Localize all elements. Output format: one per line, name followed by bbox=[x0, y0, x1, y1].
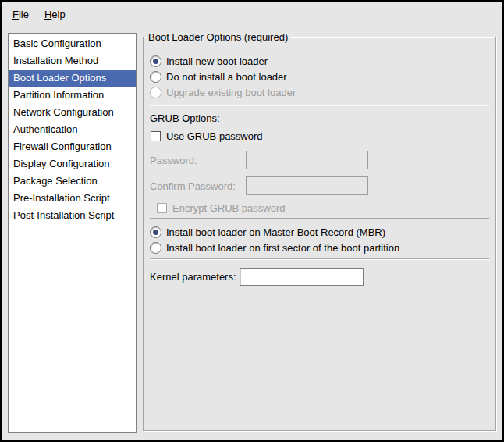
checkbox-use-grub-password[interactable]: Use GRUB password bbox=[150, 128, 489, 144]
radio-install-new-boot-loader[interactable]: Install new boot loader bbox=[150, 53, 489, 69]
radio-button-icon bbox=[150, 226, 161, 238]
grub-options-label: GRUB Options: bbox=[150, 112, 489, 124]
radio-label: Do not install a boot loader bbox=[166, 71, 287, 83]
separator bbox=[150, 218, 489, 219]
radio-button-icon bbox=[150, 87, 161, 98]
radio-button-icon bbox=[150, 242, 161, 254]
checkbox-encrypt-grub-password: Encrypt GRUB password bbox=[156, 200, 489, 216]
checkbox-icon bbox=[151, 131, 161, 141]
boot-loader-options-frame: Boot Loader Options (required) Install n… bbox=[143, 37, 496, 431]
separator bbox=[150, 258, 489, 260]
menubar: File Help bbox=[2, 2, 502, 27]
grub-password-input bbox=[246, 151, 368, 169]
menu-help-mnemonic: H bbox=[44, 9, 51, 20]
checkbox-label: Encrypt GRUB password bbox=[172, 202, 286, 214]
radio-button-icon bbox=[150, 71, 161, 83]
sidebar-item-network-configuration[interactable]: Network Configuration bbox=[9, 104, 136, 121]
radio-do-not-install-boot-loader[interactable]: Do not install a boot loader bbox=[150, 69, 489, 84]
checkbox-label: Use GRUB password bbox=[166, 130, 263, 142]
radio-label: Install boot loader on first sector of t… bbox=[166, 242, 399, 254]
radio-install-on-first-sector[interactable]: Install boot loader on first sector of t… bbox=[150, 240, 489, 255]
sidebar-item-basic-configuration[interactable]: Basic Configuration bbox=[9, 35, 136, 52]
kernel-parameters-label: Kernel parameters: bbox=[150, 271, 240, 283]
sidebar-item-display-configuration[interactable]: Display Configuration bbox=[9, 155, 136, 173]
sidebar-item-firewall-configuration[interactable]: Firewall Configuration bbox=[9, 138, 136, 155]
confirm-password-label: Confirm Password: bbox=[150, 180, 246, 192]
kernel-parameters-input[interactable] bbox=[240, 268, 364, 286]
sidebar-item-package-selection[interactable]: Package Selection bbox=[9, 173, 136, 190]
checkbox-icon bbox=[157, 203, 167, 213]
menu-help[interactable]: Help bbox=[38, 5, 72, 23]
sidebar-item-pre-installation-script[interactable]: Pre-Installation Script bbox=[9, 190, 136, 207]
frame-title: Boot Loader Options (required) bbox=[147, 30, 290, 44]
radio-install-on-mbr[interactable]: Install boot loader on Master Boot Recor… bbox=[150, 224, 489, 240]
separator bbox=[150, 105, 489, 106]
grub-password-row: Password: bbox=[150, 150, 489, 170]
menu-help-label: elp bbox=[51, 9, 65, 20]
menu-file-label: ile bbox=[19, 9, 29, 20]
radio-label: Install boot loader on Master Boot Recor… bbox=[166, 226, 385, 238]
menu-file-mnemonic: F bbox=[12, 9, 19, 20]
sidebar-item-boot-loader-options[interactable]: Boot Loader Options bbox=[9, 70, 136, 87]
kickstart-configurator-window: File Help Basic Configuration Installati… bbox=[0, 0, 504, 442]
sidebar-item-installation-method[interactable]: Installation Method bbox=[9, 52, 136, 70]
section-list: Basic Configuration Installation Method … bbox=[8, 33, 137, 433]
kernel-parameters-row: Kernel parameters: bbox=[150, 266, 489, 287]
sidebar-item-partition-information[interactable]: Partition Information bbox=[9, 87, 136, 104]
sidebar-item-authentication[interactable]: Authentication bbox=[9, 121, 136, 138]
grub-confirm-password-input bbox=[246, 176, 368, 195]
menu-file[interactable]: File bbox=[6, 5, 35, 23]
password-label: Password: bbox=[150, 155, 246, 166]
radio-upgrade-existing-boot-loader: Upgrade existing boot loader bbox=[150, 84, 489, 100]
radio-button-icon bbox=[150, 55, 161, 67]
grub-confirm-password-row: Confirm Password: bbox=[150, 176, 489, 196]
radio-label: Install new boot loader bbox=[166, 55, 268, 67]
radio-label: Upgrade existing boot loader bbox=[166, 87, 296, 98]
sidebar-item-post-installation-script[interactable]: Post-Installation Script bbox=[9, 207, 136, 224]
